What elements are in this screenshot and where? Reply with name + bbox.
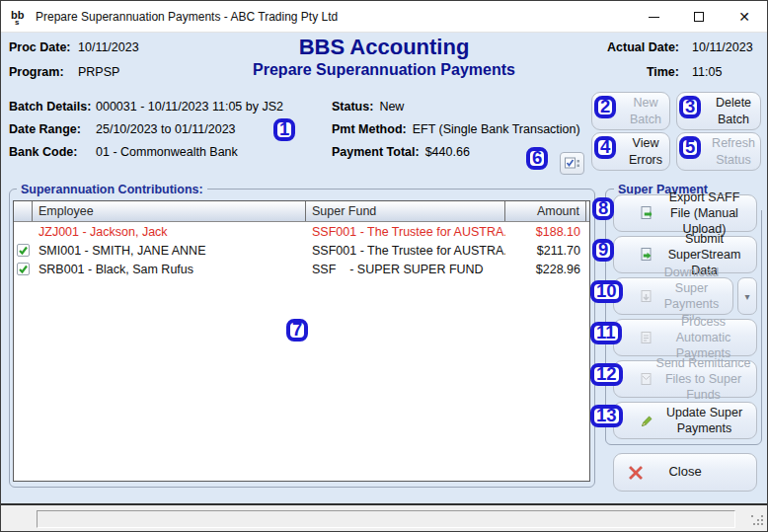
process-payments-icon bbox=[641, 332, 652, 344]
app-window: bb s Prepare Superannuation Payments - A… bbox=[0, 0, 768, 532]
send-remittance-label: Send Remittance Files to Super Funds bbox=[655, 355, 751, 404]
pmt-method-value: EFT (Single Bank Transaction) bbox=[413, 122, 580, 136]
step-badge-8: 8 bbox=[592, 197, 614, 220]
update-pencil-icon bbox=[641, 415, 653, 427]
download-super-payments-button[interactable]: Download Super Payments File bbox=[613, 277, 733, 315]
row-fund: SSF001 - The Trustee for AUSTRA... bbox=[306, 225, 505, 239]
step-badge-7: 7 bbox=[286, 319, 308, 342]
bank-code-value: 01 - Commonwealth Bank bbox=[96, 145, 283, 159]
batch-details-label: Batch Details: bbox=[9, 100, 96, 114]
status-message-panel bbox=[37, 510, 735, 528]
row-amount: $211.70 bbox=[505, 244, 586, 258]
batch-details-value: 000031 - 10/11/2023 11:05 by JS2 bbox=[96, 100, 283, 114]
app-logo-icon: bb s bbox=[10, 8, 28, 26]
minimize-button[interactable] bbox=[631, 1, 676, 33]
maximize-icon bbox=[694, 12, 704, 22]
row-amount: $188.10 bbox=[505, 225, 586, 239]
download-dropdown-button[interactable]: ▾ bbox=[737, 277, 757, 315]
close-button[interactable]: Close bbox=[613, 453, 757, 492]
update-super-payments-label: Update Super Payments bbox=[657, 405, 751, 437]
step-badge-3: 3 bbox=[679, 96, 701, 118]
row-employee: SRB001 - Black, Sam Rufus bbox=[33, 263, 306, 276]
row-employee: JZJ001 - Jackson, Jack bbox=[33, 225, 306, 239]
close-label: Close bbox=[668, 464, 701, 481]
close-window-button[interactable]: ✕ bbox=[722, 1, 767, 33]
close-icon: ✕ bbox=[738, 10, 750, 24]
step-badge-11: 11 bbox=[590, 322, 622, 344]
process-automatic-payments-button[interactable]: Process Automatic Payments bbox=[613, 319, 757, 356]
header-checkbox-column bbox=[14, 201, 33, 221]
actual-info: Actual Date: 10/11/2023 Time: 11:05 bbox=[607, 40, 757, 79]
title-bar[interactable]: bb s Prepare Superannuation Payments - A… bbox=[1, 1, 767, 33]
export-file-icon bbox=[641, 206, 653, 220]
table-row[interactable]: SRB001 - Black, Sam Rufus SSF - SUPER SU… bbox=[14, 260, 589, 278]
payment-total-value: $440.66 bbox=[425, 145, 470, 159]
chevron-down-icon: ▾ bbox=[744, 291, 749, 302]
window-title: Prepare Superannuation Payments - ABC Tr… bbox=[36, 10, 338, 24]
maximize-button[interactable] bbox=[676, 1, 722, 33]
pmt-method-label: Pmt Method: bbox=[332, 122, 407, 136]
status-label: Status: bbox=[332, 100, 373, 114]
step-badge-12: 12 bbox=[590, 363, 623, 386]
step-badge-5: 5 bbox=[679, 136, 701, 159]
date-range-label: Date Range: bbox=[9, 122, 96, 136]
table-row[interactable]: SMI001 - SMITH, JANE ANNE SSF001 - The T… bbox=[14, 241, 589, 260]
row-checkbox-checked[interactable] bbox=[14, 244, 33, 257]
checked-checkbox-icon bbox=[17, 244, 30, 257]
refresh-status-label: Refresh Status bbox=[707, 135, 760, 168]
download-file-icon bbox=[641, 290, 652, 303]
row-checkbox-checked[interactable] bbox=[14, 263, 33, 275]
step-badge-4: 4 bbox=[594, 136, 616, 159]
step-badge-6: 6 bbox=[526, 147, 548, 170]
date-range-value: 25/10/2023 to 01/11/2023 bbox=[96, 122, 283, 136]
bank-code-label: Bank Code: bbox=[9, 145, 96, 159]
close-x-icon bbox=[628, 465, 644, 481]
step-badge-2: 2 bbox=[594, 96, 616, 118]
contributions-group-label: Superannuation Contributions: bbox=[17, 183, 207, 196]
row-fund: SSF001 - The Trustee for AUSTRA... bbox=[306, 244, 505, 258]
step-badge-13: 13 bbox=[590, 405, 623, 427]
resize-grip[interactable] bbox=[751, 515, 763, 527]
submit-data-icon bbox=[641, 248, 653, 262]
header-employee[interactable]: Employee bbox=[33, 201, 306, 221]
svg-text:s: s bbox=[15, 18, 20, 26]
time-value: 11:05 bbox=[692, 65, 757, 79]
checkbox-list-icon bbox=[565, 157, 580, 170]
batch-details-block: Batch Details: 000031 - 10/11/2023 11:05… bbox=[9, 100, 283, 159]
step-badge-9: 9 bbox=[592, 239, 614, 262]
actual-date-value: 10/11/2023 bbox=[692, 40, 757, 54]
row-fund: SSF - SUPER SUPER FUND bbox=[306, 263, 505, 276]
update-super-payments-button[interactable]: Update Super Payments bbox=[613, 402, 757, 439]
status-value: New bbox=[379, 100, 404, 114]
header-amount[interactable]: Amount bbox=[505, 201, 586, 221]
actual-date-label: Actual Date: bbox=[607, 40, 679, 54]
status-bar bbox=[1, 503, 767, 531]
export-saff-file-button[interactable]: Export SAFF File (Manual Upload) bbox=[613, 194, 757, 232]
table-row[interactable]: JZJ001 - Jackson, Jack SSF001 - The Trus… bbox=[14, 222, 589, 241]
view-errors-label: View Errors bbox=[622, 135, 669, 168]
delete-batch-label: Delete Batch bbox=[707, 95, 760, 127]
row-employee: SMI001 - SMITH, JANE ANNE bbox=[33, 244, 306, 258]
send-remittance-button[interactable]: Send Remittance Files to Super Funds bbox=[613, 360, 757, 398]
step-badge-10: 10 bbox=[590, 280, 623, 303]
table-header: Employee Super Fund Amount bbox=[14, 201, 589, 222]
minimize-icon bbox=[649, 17, 659, 18]
header-super-fund[interactable]: Super Fund bbox=[306, 201, 505, 221]
checked-checkbox-icon bbox=[17, 263, 30, 275]
send-remittance-icon bbox=[641, 373, 652, 386]
row-amount: $228.96 bbox=[505, 263, 586, 276]
time-label: Time: bbox=[607, 65, 679, 79]
new-batch-label: New Batch bbox=[622, 95, 669, 127]
toggle-all-contributions-button[interactable] bbox=[560, 152, 584, 175]
payment-total-label: Payment Total: bbox=[332, 145, 420, 159]
step-badge-1: 1 bbox=[273, 118, 295, 141]
